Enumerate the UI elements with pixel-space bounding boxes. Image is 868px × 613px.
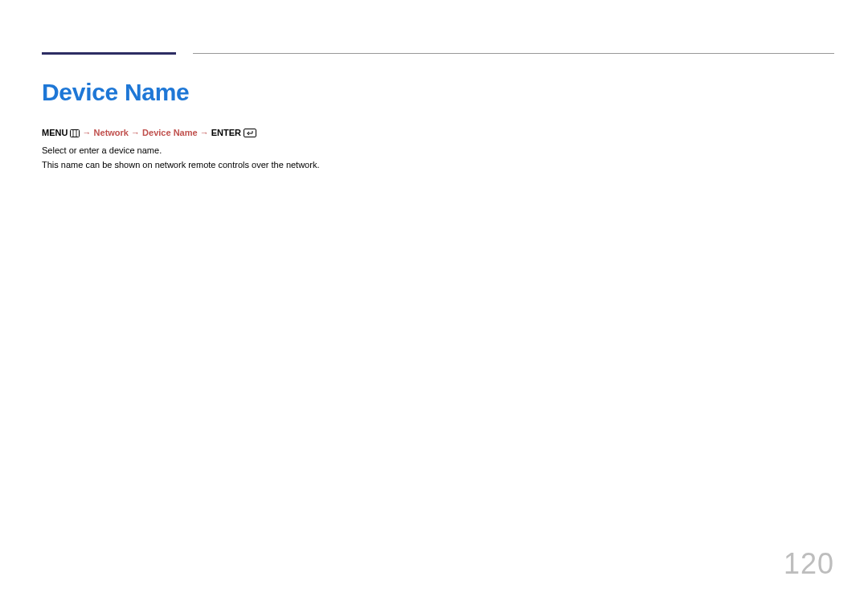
arrow-1: → xyxy=(83,128,94,137)
menu-path-breadcrumb: MENU → Network → Device Name → ENTER xyxy=(42,127,826,141)
menu-label: MENU xyxy=(42,128,68,137)
section-heading: Device Name xyxy=(42,79,826,106)
body-line-2: This name can be shown on network remote… xyxy=(42,160,826,170)
arrow-3: → xyxy=(200,128,211,137)
svg-rect-0 xyxy=(71,130,80,137)
enter-key-icon xyxy=(244,129,256,141)
body-line-1: Select or enter a device name. xyxy=(42,145,826,155)
page-number: 120 xyxy=(784,547,834,581)
header-rule-bold xyxy=(42,52,176,55)
enter-label: ENTER xyxy=(211,128,241,137)
breadcrumb-network: Network xyxy=(94,128,129,137)
arrow-2: → xyxy=(131,128,142,137)
menu-grid-icon xyxy=(70,129,80,141)
header-rule-thin xyxy=(193,53,834,54)
page-container: Device Name MENU → Network → Device Name… xyxy=(0,0,868,613)
breadcrumb-device-name: Device Name xyxy=(142,128,198,137)
